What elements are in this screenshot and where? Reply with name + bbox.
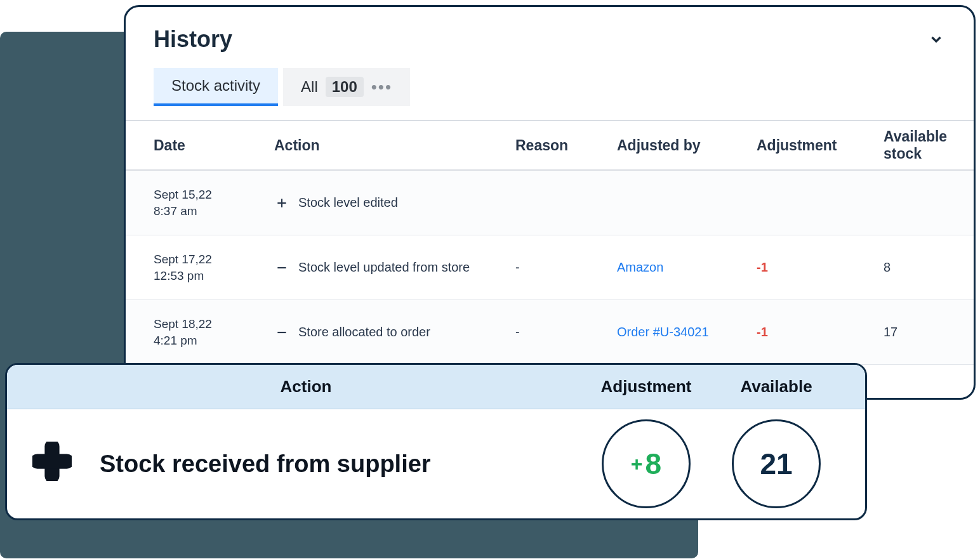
overlay-adjustment-wrap: +8 bbox=[579, 419, 713, 508]
history-table: Date Action Reason Adjusted by Adjustmen… bbox=[126, 120, 974, 365]
adjustment-sign: + bbox=[631, 452, 643, 476]
cell-date: Sept 18,22 4:21 pm bbox=[154, 316, 274, 348]
adjusted-by-link[interactable]: Order #U-34021 bbox=[617, 325, 757, 339]
overlay-action-text: Stock received from supplier bbox=[100, 450, 431, 478]
history-tabs: Stock activity All 100 ••• bbox=[126, 53, 974, 106]
cell-available: 8 bbox=[884, 260, 946, 275]
stock-received-card: Action Adjustment Available Stock receiv… bbox=[5, 363, 867, 520]
table-row: Sept 15,22 8:37 am Stock level edited bbox=[126, 171, 974, 235]
action-text: Stock level edited bbox=[298, 195, 398, 210]
available-value: 21 bbox=[760, 447, 792, 481]
action-text: Stock level updated from store bbox=[298, 260, 470, 275]
cell-reason: - bbox=[515, 325, 617, 339]
plus-icon bbox=[32, 442, 72, 487]
overlay-action: Stock received from supplier bbox=[32, 442, 579, 487]
overlay-body: Stock received from supplier +8 21 bbox=[7, 409, 865, 518]
adjusted-by-link[interactable]: Amazon bbox=[617, 260, 757, 275]
action-text: Store allocated to order bbox=[298, 325, 430, 339]
col-available: Available stock bbox=[884, 128, 947, 162]
cell-reason: - bbox=[515, 260, 617, 275]
table-header-row: Date Action Reason Adjusted by Adjustmen… bbox=[126, 121, 974, 171]
cell-action: Stock level edited bbox=[274, 195, 515, 211]
overlay-available-wrap: 21 bbox=[713, 419, 840, 508]
date-line: Sept 18,22 bbox=[154, 316, 274, 332]
cell-available: 17 bbox=[884, 325, 946, 339]
col-date: Date bbox=[154, 137, 274, 154]
plus-icon[interactable] bbox=[274, 195, 289, 211]
adjustment-badge: +8 bbox=[602, 419, 691, 508]
cell-adjustment: -1 bbox=[757, 260, 884, 275]
history-title: History bbox=[154, 26, 232, 53]
col-action: Action bbox=[274, 137, 515, 154]
adjustment-value: 8 bbox=[646, 447, 662, 481]
history-header: History bbox=[126, 7, 974, 53]
ov-col-action: Action bbox=[32, 377, 579, 397]
cell-date: Sept 17,22 12:53 pm bbox=[154, 251, 274, 284]
more-icon: ••• bbox=[371, 77, 392, 97]
date-line: Sept 17,22 bbox=[154, 251, 274, 268]
tab-count-badge: 100 bbox=[326, 77, 364, 97]
ov-col-available: Available bbox=[713, 377, 840, 397]
table-row: Sept 18,22 4:21 pm Store allocated to or… bbox=[126, 300, 974, 365]
col-adjustment: Adjustment bbox=[757, 137, 884, 154]
tab-label: Stock activity bbox=[171, 77, 260, 95]
ov-col-adjustment: Adjustment bbox=[579, 377, 713, 397]
time-line: 4:21 pm bbox=[154, 332, 274, 349]
overlay-header: Action Adjustment Available bbox=[7, 365, 865, 409]
minus-icon[interactable] bbox=[274, 325, 289, 340]
tab-label: All bbox=[301, 78, 318, 96]
time-line: 12:53 pm bbox=[154, 268, 274, 284]
date-line: Sept 15,22 bbox=[154, 187, 274, 203]
col-reason: Reason bbox=[515, 137, 617, 154]
tab-all[interactable]: All 100 ••• bbox=[283, 68, 410, 106]
available-badge: 21 bbox=[732, 419, 821, 508]
table-row: Sept 17,22 12:53 pm Stock level updated … bbox=[126, 235, 974, 300]
time-line: 8:37 am bbox=[154, 203, 274, 220]
cell-action: Store allocated to order bbox=[274, 325, 515, 340]
col-adjusted-by: Adjusted by bbox=[617, 137, 757, 154]
chevron-down-icon[interactable] bbox=[927, 30, 946, 49]
minus-icon[interactable] bbox=[274, 260, 289, 275]
cell-action: Stock level updated from store bbox=[274, 260, 515, 275]
history-panel: History Stock activity All 100 ••• Date … bbox=[124, 5, 976, 400]
tab-stock-activity[interactable]: Stock activity bbox=[154, 68, 278, 106]
cell-adjustment: -1 bbox=[757, 325, 884, 339]
cell-date: Sept 15,22 8:37 am bbox=[154, 187, 274, 219]
